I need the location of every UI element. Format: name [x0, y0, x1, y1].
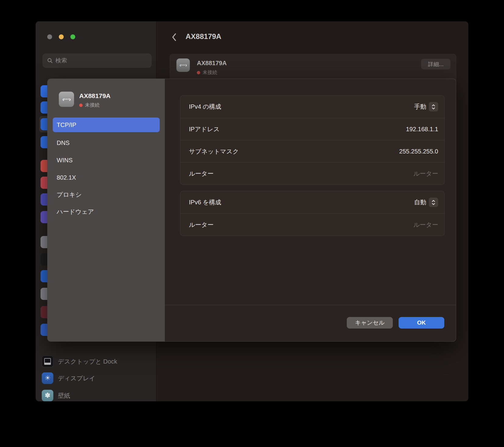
ip-address-field[interactable]: 192.168.1.1: [406, 126, 438, 133]
ipv4-router-row: ルーター ルーター: [180, 162, 444, 185]
tab-tcpip[interactable]: TCP/IP: [53, 118, 160, 132]
sidebar-item-label: 壁紙: [58, 392, 70, 400]
ok-button[interactable]: OK: [399, 317, 444, 329]
tab-wins[interactable]: WINS: [53, 153, 160, 167]
ipv6-configure-value: 自動: [414, 198, 426, 206]
desktop-dock-icon: [42, 356, 53, 367]
subnet-mask-field[interactable]: 255.255.255.0: [399, 148, 438, 155]
sheet-sidebar: ‹···› AX88179A 未接続 TCP/IP DNS WINS 802.1…: [48, 79, 165, 341]
status-text: 未接続: [85, 102, 100, 108]
tab-proxies[interactable]: プロキシ: [53, 188, 160, 202]
wallpaper-icon: ✽: [42, 390, 53, 401]
row-label: ルーター: [189, 170, 214, 178]
sidebar-item-display[interactable]: ☀ ディスプレイ: [42, 371, 151, 385]
system-settings-window: 検索 デスクトップと Dock ☀ ディスプレイ ✽ 壁紙 AX88179A: [36, 21, 468, 401]
ipv4-settings-card: IPv4 の構成 手動 IPアドレス 192.168.1.1 サブネットマスク: [180, 95, 445, 185]
minimize-window-button[interactable]: [59, 34, 64, 39]
ethernet-adapter-icon: ‹···›: [176, 58, 190, 72]
up-down-chevrons-icon: [431, 199, 435, 206]
tab-dns[interactable]: DNS: [53, 136, 160, 150]
ipv4-router-field[interactable]: ルーター: [413, 170, 438, 178]
search-placeholder: 検索: [55, 57, 67, 65]
details-button[interactable]: 詳細...: [421, 59, 450, 69]
ipv4-configure-value: 手動: [414, 103, 426, 111]
display-icon: ☀: [42, 372, 53, 384]
ethernet-adapter-icon: ‹···›: [59, 92, 74, 107]
ipv6-router-field[interactable]: ルーター: [413, 221, 438, 229]
screenshot-canvas: 検索 デスクトップと Dock ☀ ディスプレイ ✽ 壁紙 AX88179A: [0, 0, 504, 447]
cancel-button[interactable]: キャンセル: [347, 317, 393, 329]
status-dot: [79, 104, 83, 107]
sidebar-item-desktop-dock[interactable]: デスクトップと Dock: [42, 355, 151, 368]
sidebar-item-label: ディスプレイ: [58, 374, 95, 382]
device-name: AX88179A: [197, 60, 227, 67]
device-status: 未接続: [197, 69, 217, 76]
ipv6-configure-row: IPv6 を構成 自動: [180, 191, 444, 213]
row-label: IPv6 を構成: [189, 198, 221, 206]
zoom-window-button[interactable]: [70, 34, 75, 39]
ipv6-settings-card: IPv6 を構成 自動 ルーター ルーター: [180, 191, 445, 236]
tcpip-settings-sheet: ‹···› AX88179A 未接続 TCP/IP DNS WINS 802.1…: [47, 79, 456, 342]
sidebar-item-label: デスクトップと Dock: [58, 357, 117, 366]
page-title: AX88179A: [186, 32, 221, 41]
ipv4-configure-row: IPv4 の構成 手動: [180, 96, 444, 118]
sheet-device-name: AX88179A: [79, 92, 111, 100]
search-input[interactable]: 検索: [43, 54, 151, 68]
tab-hardware[interactable]: ハードウェア: [53, 205, 160, 219]
row-label: ルーター: [189, 221, 214, 229]
row-label: IPアドレス: [189, 125, 220, 133]
status-dot: [197, 71, 200, 74]
row-label: サブネットマスク: [189, 147, 239, 156]
status-text: 未接続: [203, 69, 217, 76]
chevron-left-icon: [172, 33, 176, 41]
row-label: IPv4 の構成: [189, 103, 221, 111]
tab-8021x[interactable]: 802.1X: [53, 171, 160, 185]
sidebar-item-wallpaper[interactable]: ✽ 壁紙: [42, 389, 151, 401]
footer-divider: [165, 305, 456, 305]
up-down-chevrons-icon: [431, 104, 435, 110]
ipv4-configure-stepper[interactable]: [429, 102, 438, 111]
subnet-mask-row: サブネットマスク 255.255.255.0: [180, 140, 444, 162]
ipv6-router-row: ルーター ルーター: [180, 213, 444, 236]
back-button[interactable]: [172, 33, 176, 43]
sheet-device-status: 未接続: [79, 102, 100, 108]
ipv6-configure-stepper[interactable]: [429, 198, 438, 207]
ip-address-row: IPアドレス 192.168.1.1: [180, 118, 444, 140]
